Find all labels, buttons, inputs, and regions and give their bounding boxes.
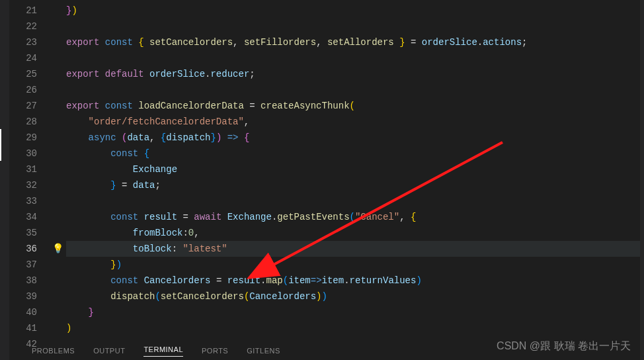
lightbulb-icon[interactable]: 💡 (52, 244, 63, 254)
bottom-panel-tabs: PROBLEMS OUTPUT TERMINAL PORTS GITLENS (0, 341, 644, 360)
code-line: dispatch(setCancelorders(Cancelorders)) (66, 289, 644, 304)
line-number: 35 (9, 225, 37, 241)
code-line: }) (66, 257, 644, 273)
code-line: export const loadCancelorderData = creat… (66, 98, 644, 114)
code-line: const Cancelorders = result.map(item=>it… (66, 273, 644, 289)
code-line (66, 50, 644, 66)
code-line: const { (66, 146, 644, 161)
code-line: export default orderSlice.reducer; (66, 66, 644, 82)
line-number: 32 (9, 177, 37, 193)
code-line: } = data; (66, 177, 644, 193)
panel-tab-gitlens[interactable]: GITLENS (247, 347, 280, 355)
code-line: "order/fetchCancelorderData", (66, 114, 644, 130)
line-number: 29 (9, 130, 37, 146)
panel-tab-output[interactable]: OUTPUT (93, 347, 125, 355)
line-number: 38 (9, 273, 37, 289)
code-line: ) (66, 320, 644, 336)
line-number: 31 (9, 161, 37, 177)
minimap-edge (640, 0, 644, 360)
activity-bar-edge (0, 0, 9, 360)
code-line (66, 193, 644, 209)
glyph-margin: 💡 (49, 3, 66, 341)
line-number-gutter[interactable]: 21 22 23 24 25 26 27 28 29 30 31 32 33 3… (9, 3, 49, 341)
panel-tab-problems[interactable]: PROBLEMS (32, 347, 75, 355)
editor-area[interactable]: 21 22 23 24 25 26 27 28 29 30 31 32 33 3… (9, 0, 644, 341)
line-number: 30 (9, 146, 37, 161)
code-line: export const { setCancelorders, setFillo… (66, 34, 644, 50)
code-line-active: toBlock: "latest" (66, 241, 644, 257)
panel-tab-ports[interactable]: PORTS (202, 347, 228, 355)
activity-bar-selected-indicator (0, 129, 1, 161)
line-number: 39 (9, 289, 37, 304)
line-number: 33 (9, 193, 37, 209)
code-content[interactable]: }) export const { setCancelorders, setFi… (66, 3, 644, 341)
code-line: Exchange (66, 161, 644, 177)
line-number: 27 (9, 98, 37, 114)
code-line: fromBlock:0, (66, 225, 644, 241)
line-number: 22 (9, 19, 37, 34)
code-line: async (data, {dispatch}) => { (66, 130, 644, 146)
line-number: 28 (9, 114, 37, 130)
line-number: 36 (9, 241, 37, 257)
line-number: 41 (9, 320, 37, 336)
line-number: 25 (9, 66, 37, 82)
panel-tab-terminal[interactable]: TERMINAL (143, 345, 183, 357)
line-number: 40 (9, 304, 37, 320)
line-number: 21 (9, 3, 37, 19)
code-line (66, 19, 644, 34)
line-number: 34 (9, 209, 37, 225)
code-line: } (66, 304, 644, 320)
line-number: 24 (9, 50, 37, 66)
line-number: 23 (9, 34, 37, 50)
line-number: 37 (9, 257, 37, 273)
code-line: }) (66, 3, 644, 19)
code-line: const result = await Exchange.getPastEve… (66, 209, 644, 225)
code-line (66, 82, 644, 98)
line-number: 26 (9, 82, 37, 98)
